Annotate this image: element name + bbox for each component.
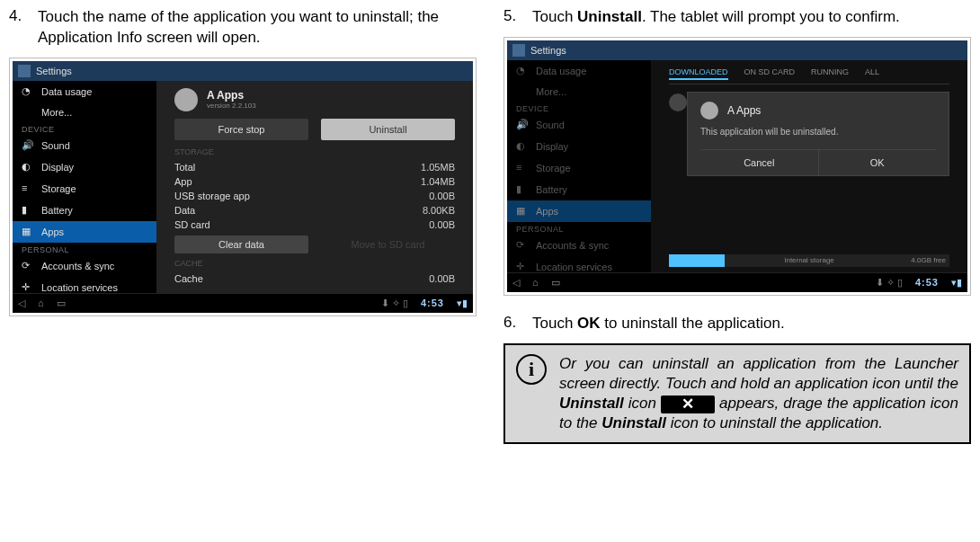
k: Total bbox=[174, 162, 195, 173]
clear-data-button[interactable]: Clear data bbox=[174, 235, 308, 253]
dialog-cancel-button[interactable]: Cancel bbox=[700, 150, 818, 175]
bold: Uninstall bbox=[577, 8, 642, 25]
home-icon[interactable]: ⌂ bbox=[38, 298, 44, 308]
app-info-panel: A Apps version 2.2.103 Force stop Uninst… bbox=[156, 81, 473, 293]
label: Apps bbox=[41, 227, 64, 237]
label: Storage bbox=[536, 163, 571, 173]
sidebar-item-location[interactable]: ✛ Location services bbox=[13, 277, 156, 298]
k: App bbox=[174, 176, 192, 187]
k: Data bbox=[174, 205, 195, 216]
label: Battery bbox=[536, 184, 567, 195]
sound-icon: 🔊 bbox=[22, 139, 34, 152]
sidebar-item-data-usage: ◔Data usage bbox=[507, 60, 651, 82]
data-usage-icon: ◔ bbox=[516, 65, 529, 77]
sidebar-item-battery: ▮Battery bbox=[507, 179, 651, 200]
v: 0.00B bbox=[429, 219, 455, 230]
k: SD card bbox=[174, 219, 210, 230]
label: Display bbox=[41, 162, 74, 173]
label: Data usage bbox=[536, 66, 586, 76]
back-icon[interactable]: ◁ bbox=[18, 298, 25, 309]
label: Battery bbox=[41, 205, 73, 216]
sidebar-item-sound[interactable]: 🔊 Sound bbox=[13, 135, 156, 156]
right-column: 5. Touch Uninstall. The tablet will prom… bbox=[503, 7, 971, 444]
v: 8.00KB bbox=[423, 205, 455, 216]
bold: Uninstall bbox=[601, 414, 666, 431]
step-5: 5. Touch Uninstall. The tablet will prom… bbox=[503, 7, 971, 28]
step-text: Touch OK to uninstall the application. bbox=[532, 314, 971, 334]
home-icon[interactable]: ⌂ bbox=[532, 277, 539, 288]
step-6: 6. Touch OK to uninstall the application… bbox=[503, 314, 971, 334]
window-titlebar: Settings bbox=[507, 40, 967, 60]
t: . The tablet will prompt you to confirm. bbox=[642, 8, 900, 25]
t: Or you can uninstall an application from… bbox=[559, 355, 958, 392]
storage-label: Internal storage bbox=[784, 256, 834, 264]
info-note: i Or you can uninstall an application fr… bbox=[503, 343, 971, 444]
sidebar-heading-personal: PERSONAL bbox=[507, 222, 651, 235]
internal-storage-bar: Internal storage 4.0GB free bbox=[669, 254, 949, 267]
app-version: version 2.2.103 bbox=[207, 102, 256, 110]
tab-downloaded[interactable]: DOWNLOADED bbox=[669, 67, 728, 80]
status-icons: ⬇ ✧ ▯ bbox=[876, 277, 903, 289]
label: More... bbox=[22, 107, 72, 118]
sidebar-item-display: ◐Display bbox=[507, 136, 651, 157]
step-number: 6. bbox=[503, 314, 532, 334]
sidebar-item-more[interactable]: More... bbox=[13, 102, 156, 122]
label: More... bbox=[516, 86, 566, 97]
bold: Uninstall bbox=[559, 395, 624, 412]
step-4: 4. Touch the name of the application you… bbox=[9, 7, 477, 49]
sidebar-item-apps[interactable]: ▦ Apps bbox=[13, 221, 156, 243]
screenshot-1-frame: Settings ◔ Data usage More... DEVICE � bbox=[9, 58, 477, 316]
data-usage-icon: ◔ bbox=[22, 85, 34, 98]
sidebar-item-storage[interactable]: ≡ Storage bbox=[13, 178, 156, 200]
tab-sdcard[interactable]: ON SD CARD bbox=[744, 67, 796, 80]
window-title: Settings bbox=[530, 45, 566, 56]
settings-icon bbox=[18, 65, 31, 77]
window-titlebar: Settings bbox=[13, 61, 473, 81]
app-icon bbox=[669, 93, 687, 111]
left-column: 4. Touch the name of the application you… bbox=[9, 7, 477, 444]
k: Cache bbox=[174, 273, 203, 284]
cache-heading: CACHE bbox=[174, 259, 455, 268]
sidebar-heading-device: DEVICE bbox=[507, 102, 651, 114]
sidebar-item-display[interactable]: ◐ Display bbox=[13, 156, 156, 178]
location-icon: ✛ bbox=[22, 281, 34, 294]
label: Storage bbox=[41, 183, 76, 194]
label: Apps bbox=[536, 206, 558, 217]
storage-heading: STORAGE bbox=[174, 147, 455, 156]
signal-icon: ▾▮ bbox=[457, 298, 468, 309]
sidebar-item-sound: 🔊Sound bbox=[507, 114, 651, 136]
apps-list-panel: DOWNLOADED ON SD CARD RUNNING ALL A Apps… bbox=[651, 60, 967, 272]
apps-icon: ▦ bbox=[516, 205, 529, 218]
recents-icon[interactable]: ▭ bbox=[551, 277, 560, 289]
battery-icon: ▮ bbox=[516, 183, 529, 196]
recents-icon[interactable]: ▭ bbox=[57, 298, 66, 309]
label: Accounts & sync bbox=[41, 261, 114, 271]
uninstall-confirm-dialog: A Apps This application will be uninstal… bbox=[687, 92, 949, 176]
app-name: A Apps bbox=[207, 89, 256, 102]
sidebar-item-accounts[interactable]: ⟳ Accounts & sync bbox=[13, 255, 156, 277]
t: icon bbox=[624, 395, 661, 412]
sidebar-item-storage: ≡Storage bbox=[507, 157, 651, 179]
step-text: Touch Uninstall. The tablet will prompt … bbox=[532, 7, 971, 28]
tab-all[interactable]: ALL bbox=[865, 67, 879, 80]
uninstall-button[interactable]: Uninstall bbox=[321, 119, 455, 140]
label: Sound bbox=[536, 120, 565, 130]
t: icon to uninstall the application. bbox=[666, 414, 883, 431]
two-column-layout: 4. Touch the name of the application you… bbox=[9, 7, 971, 444]
location-icon: ✛ bbox=[516, 261, 529, 273]
display-icon: ◐ bbox=[516, 140, 529, 153]
sidebar-item-battery[interactable]: ▮ Battery bbox=[13, 200, 156, 221]
force-stop-button[interactable]: Force stop bbox=[174, 119, 308, 140]
settings-sidebar-dimmed: ◔Data usage More... DEVICE 🔊Sound ◐Displ… bbox=[507, 60, 651, 272]
sidebar-item-data-usage[interactable]: ◔ Data usage bbox=[13, 81, 156, 102]
sound-icon: 🔊 bbox=[516, 119, 529, 131]
clock: 4:53 bbox=[915, 277, 939, 288]
screenshot-1: Settings ◔ Data usage More... DEVICE � bbox=[13, 61, 473, 313]
sidebar-heading-device: DEVICE bbox=[13, 122, 156, 135]
tab-running[interactable]: RUNNING bbox=[811, 67, 849, 80]
back-icon[interactable]: ◁ bbox=[512, 277, 520, 289]
screenshot-2: Settings ◔Data usage More... DEVICE 🔊Sou… bbox=[507, 40, 967, 292]
dialog-ok-button[interactable]: OK bbox=[818, 150, 937, 175]
t: to uninstall the application. bbox=[601, 315, 785, 332]
label: Location services bbox=[41, 282, 118, 293]
